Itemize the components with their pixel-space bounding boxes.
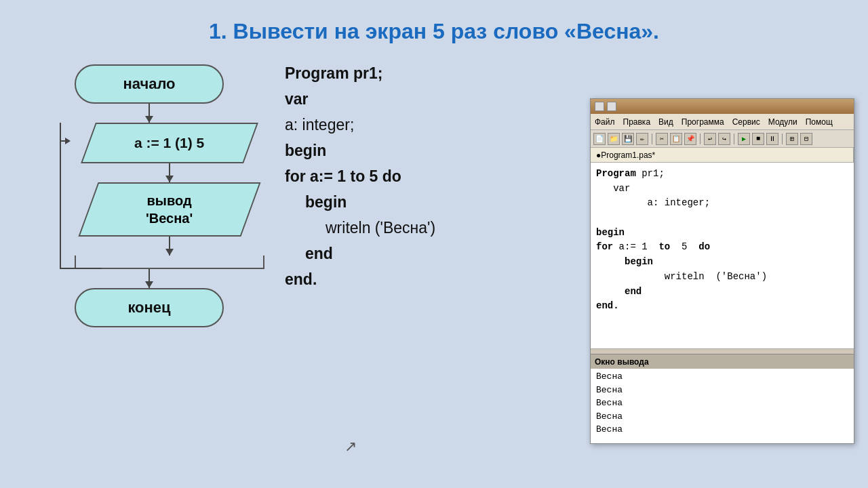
menu-program[interactable]: Программа (682, 117, 724, 127)
flowchart-output: вывод'Весна' (78, 182, 260, 237)
toolbar-btn-debug[interactable]: ⏸ (766, 133, 778, 145)
ide-titlebar-btn2[interactable] (607, 102, 616, 111)
menu-help[interactable]: Помощ (806, 117, 833, 127)
toolbar-btn-win[interactable]: ⊞ (786, 133, 798, 145)
menu-file[interactable]: Файл (595, 117, 615, 127)
toolbar-btn-9[interactable]: ↪ (718, 133, 730, 145)
code-line-2: var (285, 87, 522, 113)
toolbar-btn-8[interactable]: ↩ (704, 133, 716, 145)
ide-scrollbar[interactable] (591, 348, 854, 354)
flowchart-end: конец (75, 288, 224, 327)
toolbar-sep-1 (652, 134, 652, 144)
toolbar-btn-3[interactable]: 💾 (622, 133, 634, 145)
ide-toolbar: 📄 📁 💾 ✏ ✂ 📋 📌 ↩ ↪ ▶ ■ ⏸ ⊞ ⊟ (591, 130, 854, 148)
loop-body-box (75, 256, 264, 269)
ide-code-editor[interactable]: Program pr1; var a: integer; begin for a… (591, 163, 854, 348)
ide-tab-label: ●Program1.pas* (596, 150, 655, 160)
ide-output: Весна Весна Весна Весна Весна (591, 369, 854, 443)
arrow-start-to-loop (149, 104, 150, 123)
code-line-1: Program pr1; (285, 61, 522, 87)
toolbar-sep-4 (782, 134, 783, 144)
output-line-2: Весна (596, 384, 848, 397)
arrow-body-to-rect (169, 237, 170, 256)
toolbar-btn-2[interactable]: 📁 (608, 133, 620, 145)
toolbar-btn-ext[interactable]: ⊟ (800, 133, 812, 145)
toolbar-btn-1[interactable]: 📄 (593, 133, 606, 145)
menu-view[interactable]: Вид (658, 117, 673, 127)
arrow-loop-to-body (169, 163, 170, 182)
flowchart: начало a := 1 (1) 5 вывод'Весна' (41, 64, 258, 327)
page-title: 1. Вывести на экран 5 раз слово «Весна». (0, 0, 868, 58)
toolbar-btn-stop[interactable]: ■ (752, 133, 764, 145)
mouse-cursor: ↗ (344, 438, 357, 455)
code-line-7: writeln ('Весна') (285, 216, 522, 241)
ide-menubar: Файл Правка Вид Программа Сервис Модули … (591, 114, 854, 130)
code-line-3: a: integer; (285, 113, 522, 138)
ide-tab[interactable]: ●Program1.pas* (591, 148, 854, 163)
menu-service[interactable]: Сервис (732, 117, 760, 127)
code-line-6: begin (285, 190, 522, 216)
code-line-5: for a:= 1 to 5 do (285, 164, 522, 190)
loop-back-line-vertical (60, 123, 61, 269)
output-line-4: Весна (596, 410, 848, 424)
loop-bottom-horizontal (60, 268, 102, 269)
toolbar-btn-4[interactable]: ✏ (636, 133, 648, 145)
ide-titlebar-btn[interactable] (595, 102, 604, 111)
code-block: Program pr1; var a: integer; begin for a… (285, 61, 522, 292)
flowchart-start: начало (75, 64, 224, 104)
output-line-1: Весна (596, 370, 848, 384)
menu-edit[interactable]: Правка (623, 117, 651, 127)
flowchart-loop-condition: a := 1 (1) 5 (81, 123, 258, 163)
loop-side-left (75, 256, 76, 268)
code-line-9: end. (285, 267, 522, 293)
toolbar-sep-2 (700, 134, 701, 144)
toolbar-btn-run[interactable]: ▶ (738, 133, 750, 145)
ide-window: Файл Правка Вид Программа Сервис Модули … (590, 98, 854, 444)
output-line-5: Весна (596, 423, 848, 436)
loop-back-arrowhead (65, 138, 71, 144)
output-line-3: Весна (596, 396, 848, 410)
arrow-loop-to-end (149, 269, 150, 288)
ide-output-label: Окно вывода (591, 354, 854, 369)
code-line-8: end (285, 241, 522, 267)
toolbar-btn-6[interactable]: 📋 (670, 133, 682, 145)
ide-titlebar (591, 99, 854, 114)
toolbar-sep-3 (734, 134, 734, 144)
menu-modules[interactable]: Модули (768, 117, 797, 127)
code-line-4: begin (285, 138, 522, 164)
toolbar-btn-5[interactable]: ✂ (656, 133, 668, 145)
toolbar-btn-7[interactable]: 📌 (684, 133, 696, 145)
